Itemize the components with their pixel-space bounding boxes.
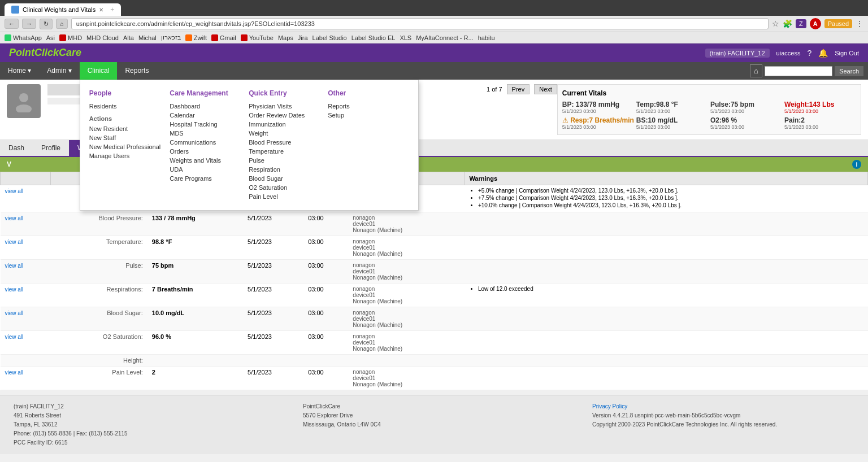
dropdown-care-programs[interactable]: Care Programs [170, 174, 240, 183]
bookmark-michal[interactable]: Michal [138, 34, 157, 41]
dropdown-temperature[interactable]: Temperature [249, 147, 319, 156]
cell-warnings [465, 236, 868, 260]
col-warnings: Warnings [465, 172, 868, 185]
forward-button[interactable]: → [22, 19, 36, 29]
dropdown-respiration[interactable]: Respiration [249, 165, 319, 174]
bookmark-labelstudio[interactable]: Label Studio [313, 34, 347, 41]
bookmark-maps[interactable]: Maps [278, 34, 293, 41]
cell-instrument [348, 355, 465, 367]
bookmark-asi[interactable]: Asi [46, 34, 55, 41]
bookmark-youtube[interactable]: YouTube [241, 34, 274, 41]
facility-selector[interactable]: (train) FACILITY_12 [705, 49, 770, 58]
dropdown-pain-level[interactable]: Pain Level [249, 192, 319, 201]
tab-dash[interactable]: Dash [0, 140, 33, 156]
bookmark-xls[interactable]: XLS [400, 34, 411, 41]
bookmark-mhd[interactable]: MHD [59, 34, 82, 41]
dropdown-dashboard[interactable]: Dashboard [170, 102, 240, 111]
cell-viewall[interactable]: view all [1, 307, 51, 331]
dropdown-mds[interactable]: MDS [170, 129, 240, 138]
nav-home-icon[interactable]: ⌂ [750, 64, 762, 77]
tab-favicon [11, 6, 19, 14]
nav-reports[interactable]: Reports [117, 62, 157, 80]
dropdown-residents[interactable]: Residents [89, 102, 161, 111]
cell-time: 03:00 [303, 236, 348, 260]
dropdown-physician-visits[interactable]: Physician Visits [249, 102, 319, 111]
footer-version: Version 4.4.21.8 usnpint-pcc-web-main-5b… [592, 411, 854, 420]
bookmark-bzakaron[interactable]: בזכארון [161, 34, 181, 41]
help-icon[interactable]: ? [807, 49, 811, 58]
cell-viewall[interactable] [1, 355, 51, 367]
dropdown-o2-saturation[interactable]: O2 Saturation [249, 183, 319, 192]
back-button[interactable]: ← [5, 19, 19, 29]
search-button[interactable]: Search [835, 66, 863, 76]
cell-viewall[interactable]: view all [1, 185, 51, 212]
bookmark-jira[interactable]: Jira [298, 34, 308, 41]
dropdown-new-medical[interactable]: New Medical Professional [89, 142, 161, 151]
extensions-icon[interactable]: 🧩 [783, 19, 792, 28]
cell-label: Temperature: [50, 236, 147, 260]
nav-home[interactable]: Home ▾ [0, 62, 39, 80]
next-button[interactable]: Next [534, 84, 557, 94]
cell-warnings [465, 331, 868, 355]
bookmark-mhd-cloud[interactable]: MHD Cloud [86, 34, 119, 41]
cell-viewall[interactable]: view all [1, 260, 51, 284]
cell-viewall[interactable]: view all [1, 367, 51, 390]
tab-title: Clinical Weights and Vitals [23, 6, 96, 13]
dropdown-weight[interactable]: Weight [249, 129, 319, 138]
dropdown-new-staff[interactable]: New Staff [89, 133, 161, 142]
bookmark-star[interactable]: ☆ [772, 19, 779, 28]
cell-viewall[interactable]: view all [1, 212, 51, 236]
dropdown-order-review[interactable]: Order Review Dates [249, 111, 319, 120]
dropdown-blood-pressure[interactable]: Blood Pressure [249, 138, 319, 147]
bookmark-whatsapp[interactable]: WhatsApp [5, 34, 42, 41]
dropdown-new-resident[interactable]: New Resident [89, 124, 161, 133]
cell-instrument: nonagondevice01Nonagon (Machine) [348, 307, 465, 331]
bookmark-myalta[interactable]: MyAltaConnect - R... [416, 34, 473, 41]
cell-viewall[interactable]: view all [1, 284, 51, 307]
dropdown-uda[interactable]: UDA [170, 165, 240, 174]
cell-warnings [465, 260, 868, 284]
nav-clinical[interactable]: Clinical People Residents Actions New Re… [80, 62, 118, 80]
tab-profile[interactable]: Profile [33, 140, 69, 156]
cell-value: 98.8 °F [147, 236, 243, 260]
browser-tab[interactable]: Clinical Weights and Vitals ✕ + [5, 3, 121, 16]
tab-close-btn[interactable]: ✕ [99, 7, 103, 13]
search-input[interactable] [765, 66, 832, 76]
dropdown-orders[interactable]: Orders [170, 147, 240, 156]
dropdown-quick-entry-col: Quick Entry Physician Visits Order Revie… [249, 89, 328, 201]
dropdown-communications[interactable]: Communications [170, 138, 240, 147]
cell-viewall[interactable]: view all [1, 236, 51, 260]
cell-date: 5/1/2023 [243, 307, 303, 331]
cv-pain-date: 5/1/2023 03:00 [784, 124, 856, 130]
footer-pcc-id: PCC Facility ID: 6615 [14, 438, 276, 447]
prev-button[interactable]: Prev [507, 84, 530, 94]
home-button[interactable]: ⌂ [56, 19, 68, 29]
privacy-policy-link[interactable]: Privacy Policy [592, 403, 627, 409]
address-bar[interactable] [71, 18, 769, 29]
z-extension[interactable]: Z [796, 19, 806, 28]
dropdown-setup[interactable]: Setup [328, 111, 398, 120]
section-info-icon[interactable]: i [852, 160, 861, 169]
bookmark-gmail[interactable]: Gmail [211, 34, 236, 41]
dropdown-weights-vitals[interactable]: Weights and Vitals [170, 156, 240, 165]
dropdown-reports[interactable]: Reports [328, 102, 398, 111]
dropdown-calendar[interactable]: Calendar [170, 111, 240, 120]
dropdown-pulse[interactable]: Pulse [249, 156, 319, 165]
notifications-icon[interactable]: 🔔 [818, 49, 828, 58]
bookmark-labelstudio-el[interactable]: Label Studio EL [351, 34, 396, 41]
nav-admin[interactable]: Admin ▾ [39, 62, 79, 80]
new-tab-btn[interactable]: + [110, 6, 114, 14]
dropdown-hospital-tracking[interactable]: Hospital Tracking [170, 120, 240, 129]
dropdown-blood-sugar[interactable]: Blood Sugar [249, 174, 319, 183]
bookmark-alta[interactable]: Alta [123, 34, 134, 41]
user-avatar[interactable]: A [810, 18, 821, 29]
reload-button[interactable]: ↻ [40, 19, 53, 29]
username-display[interactable]: uiaccess [776, 50, 801, 56]
bookmark-zwift[interactable]: Zwift [185, 34, 207, 41]
dropdown-manage-users[interactable]: Manage Users [89, 151, 161, 160]
cell-viewall[interactable]: view all [1, 331, 51, 355]
chrome-menu[interactable]: ⋮ [856, 19, 863, 28]
bookmark-habitu[interactable]: habitu [478, 34, 495, 41]
sign-out-button[interactable]: Sign Out [835, 50, 859, 56]
dropdown-immunization[interactable]: Immunization [249, 120, 319, 129]
